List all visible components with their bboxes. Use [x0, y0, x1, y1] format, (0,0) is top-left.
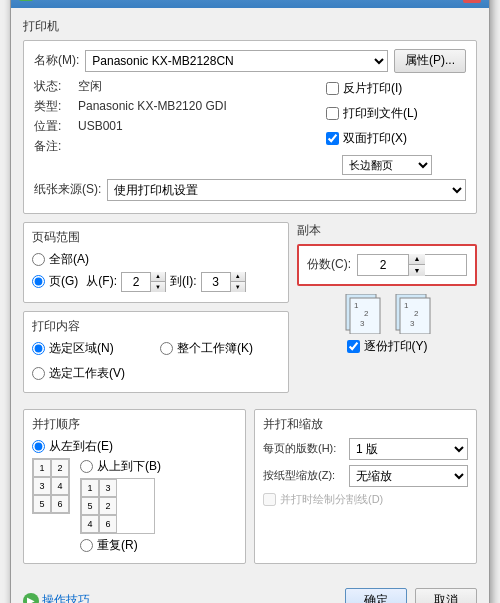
left-to-right-radio[interactable]	[32, 440, 45, 453]
duplex-print-checkbox[interactable]	[326, 132, 339, 145]
printer-group: 名称(M): Panasonic KX-MB2128CN 属性(P)... 状态…	[23, 40, 477, 214]
grid1-cell4: 4	[51, 477, 69, 495]
reverse-print-checkbox[interactable]	[326, 82, 339, 95]
cancel-button[interactable]: 取消	[415, 588, 477, 604]
status-row: 状态: 空闲	[34, 78, 318, 95]
page-range-row: 页(G) 从(F): ▲ ▼ 到(I):	[32, 272, 280, 292]
selected-sheet-radio[interactable]	[32, 367, 45, 380]
paper-source-row: 纸张来源(S): 使用打印机设置	[34, 179, 466, 201]
grid1-cell1: 1	[33, 459, 51, 477]
reverse-print-row: 反片打印(I)	[326, 80, 466, 97]
scale-select[interactable]: 无缩放	[349, 465, 468, 487]
paper-source-select[interactable]: 使用打印机设置	[107, 179, 466, 201]
svg-text:1: 1	[404, 301, 409, 310]
title-bar: S 打印 ×	[11, 0, 489, 8]
page-radio[interactable]	[32, 275, 45, 288]
grid2-cell2: 3	[99, 479, 117, 497]
to-label: 到(I):	[170, 273, 197, 290]
selected-sheet-row: 选定工作表(V)	[32, 365, 152, 382]
print-content-options: 选定区域(N) 整个工作簿(K) 选定工作表(V)	[32, 340, 280, 386]
close-button[interactable]: ×	[463, 0, 481, 3]
reverse-print-label: 反片打印(I)	[343, 80, 402, 97]
collate-checkbox[interactable]	[347, 340, 360, 353]
app-icon: S	[19, 0, 33, 1]
duplex-print-row: 双面打印(X)	[326, 130, 466, 147]
duplex-print-label: 双面打印(X)	[343, 130, 407, 147]
dialog-title: 打印	[38, 0, 64, 3]
print-content-box: 打印内容 选定区域(N) 整个工作簿(K) 选定工作表(V)	[23, 311, 289, 393]
copies-box: 份数(C): ▲ ▼	[297, 244, 477, 286]
printer-section-title: 打印机	[23, 18, 477, 35]
whole-workbook-label: 整个工作簿(K)	[177, 340, 253, 357]
help-label: 操作技巧	[42, 592, 90, 603]
from-input[interactable]	[122, 273, 150, 291]
copies-input[interactable]	[358, 255, 408, 275]
order-row-2b: 从上到下(B)	[80, 458, 161, 475]
per-page-select[interactable]: 1 版	[349, 438, 468, 460]
page-label: 页(G)	[49, 273, 78, 290]
location-label: 位置:	[34, 118, 70, 135]
copies-spinner: ▲ ▼	[357, 254, 467, 276]
grid1-cell3: 3	[33, 477, 51, 495]
dialog-footer: ▶ 操作技巧 确定 取消	[11, 582, 489, 604]
location-value: USB001	[78, 119, 123, 133]
top-to-bottom-radio[interactable]	[80, 460, 93, 473]
to-input[interactable]	[202, 273, 230, 291]
draw-lines-checkbox[interactable]	[263, 493, 276, 506]
repeat-radio[interactable]	[80, 539, 93, 552]
print-order-title: 并打顺序	[32, 416, 237, 433]
footer-buttons: 确定 取消	[345, 588, 477, 604]
printer-name-select[interactable]: Panasonic KX-MB2128CN	[85, 50, 388, 72]
grid1-cell2: 2	[51, 459, 69, 477]
print-to-file-row: 打印到文件(L)	[326, 105, 466, 122]
help-link[interactable]: ▶ 操作技巧	[23, 592, 90, 603]
scale-row: 按纸型缩放(Z): 无缩放	[263, 465, 468, 487]
properties-button[interactable]: 属性(P)...	[394, 49, 466, 73]
dialog-body: 打印机 名称(M): Panasonic KX-MB2128CN 属性(P)..…	[11, 8, 489, 582]
collate-icon-1: 1 2 3	[340, 294, 384, 334]
from-spin-up[interactable]: ▲	[151, 272, 165, 282]
from-spin-down[interactable]: ▼	[151, 282, 165, 292]
selected-area-radio[interactable]	[32, 342, 45, 355]
status-label: 状态:	[34, 78, 70, 95]
print-content-title: 打印内容	[32, 318, 280, 335]
whole-workbook-row: 整个工作簿(K)	[160, 340, 280, 357]
help-icon: ▶	[23, 593, 39, 604]
page-range-title: 页码范围	[32, 229, 280, 246]
from-spinner-buttons: ▲ ▼	[150, 272, 165, 292]
note-row: 备注:	[34, 138, 318, 155]
collate-row: 逐份打印(Y)	[297, 338, 477, 355]
copies-spin-down[interactable]: ▼	[409, 265, 425, 276]
order-row-2: 1 2 3 4 5 6 从上到下(B)	[32, 458, 237, 554]
combine-box: 并打和缩放 每页的版数(H): 1 版 按纸型缩放(Z): 无缩放 并打时绘制分…	[254, 409, 477, 564]
collate-label: 逐份打印(Y)	[364, 338, 428, 355]
grid2-cell3: 5	[81, 497, 99, 515]
all-pages-radio[interactable]	[32, 253, 45, 266]
order-grid-2: 1 3 5 2 4 6	[80, 478, 155, 534]
copies-section-title: 副本	[297, 222, 477, 239]
duplex-option-select[interactable]: 长边翻页	[342, 155, 432, 175]
whole-workbook-radio[interactable]	[160, 342, 173, 355]
from-spinner: ▲ ▼	[121, 272, 166, 292]
grid1-cell6: 6	[51, 495, 69, 513]
grid2-cell5: 4	[81, 515, 99, 533]
svg-text:1: 1	[354, 301, 359, 310]
to-spin-down[interactable]: ▼	[231, 282, 245, 292]
left-to-right-label: 从左到右(E)	[49, 438, 113, 455]
copies-spin-up[interactable]: ▲	[409, 254, 425, 265]
copies-row: 份数(C): ▲ ▼	[307, 254, 467, 276]
selected-sheet-label: 选定工作表(V)	[49, 365, 125, 382]
collate-icons-area: 1 2 3 1 2 3	[297, 294, 477, 334]
print-to-file-checkbox[interactable]	[326, 107, 339, 120]
ok-button[interactable]: 确定	[345, 588, 407, 604]
print-dialog: S 打印 × 打印机 名称(M): Panasonic KX-MB2128CN …	[10, 0, 490, 603]
order-row-3: 重复(R)	[80, 537, 161, 554]
grid1-cell5: 5	[33, 495, 51, 513]
to-spin-up[interactable]: ▲	[231, 272, 245, 282]
order-row-1: 从左到右(E)	[32, 438, 237, 455]
svg-text:2: 2	[364, 309, 369, 318]
bottom-row: 并打顺序 从左到右(E) 1 2 3 4 5 6	[23, 409, 477, 564]
collate-icon-2: 1 2 3	[390, 294, 434, 334]
type-label: 类型:	[34, 98, 70, 115]
svg-text:2: 2	[414, 309, 419, 318]
